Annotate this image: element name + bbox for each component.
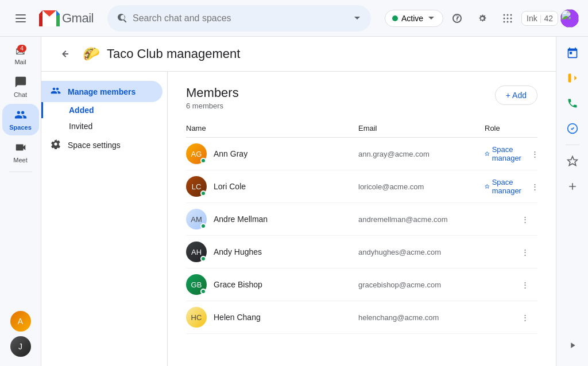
status-dot (392, 15, 398, 21)
table-row: AM Andre Mellman andremellman@acme.com ⋮ (186, 203, 537, 236)
member-email: ann.gray@acme.com (358, 150, 485, 158)
member-email: andyhughes@acme.com (358, 248, 485, 256)
online-dot (200, 223, 206, 229)
online-dot (200, 158, 206, 163)
call-icon-btn[interactable] (561, 92, 584, 115)
avatar: LC (186, 176, 207, 197)
member-name-cell: AM Andre Mellman (186, 209, 358, 229)
table-header: Name Email Role (186, 119, 537, 138)
account-avatar[interactable] (560, 9, 579, 28)
nav-sub-item-invited[interactable]: Invited (41, 118, 163, 134)
avatar: AH (186, 242, 207, 262)
add-icon-btn[interactable] (561, 175, 584, 198)
ink-label: Ink (527, 14, 537, 23)
member-name-cell: HC Helen Chang (186, 307, 358, 328)
svg-point-4 (507, 14, 509, 15)
col-header-role: Role (485, 124, 514, 133)
svg-point-8 (510, 17, 512, 19)
page-header: 🌮 Taco Club management (41, 37, 556, 72)
star-icon-btn[interactable] (561, 150, 584, 173)
svg-point-7 (507, 17, 509, 19)
sidebar-item-label-mail: Mail (14, 59, 26, 65)
nav-item-space-settings[interactable]: Space settings (41, 134, 163, 155)
topbar-right: Active Ink | 42 (385, 7, 579, 30)
role-label: Space manager (492, 145, 525, 162)
member-name: Grace Bishop (214, 280, 262, 289)
svg-rect-0 (16, 14, 26, 15)
user-avatar-2[interactable]: J (10, 336, 31, 357)
more-options-button[interactable]: ⋮ (514, 242, 535, 262)
notes-icon-btn[interactable] (561, 67, 584, 89)
table-row: GB Grace Bishop gracebishop@acme.com ⋮ (186, 268, 537, 301)
gmail-logo: Gmail (39, 10, 94, 26)
nav-sub-label-added: Added (69, 106, 94, 115)
main-content: Manage members Added Invited Space setti… (41, 72, 556, 366)
search-dropdown-icon[interactable] (353, 14, 362, 23)
settings-button[interactable] (471, 7, 494, 30)
members-count: 6 members (186, 102, 239, 110)
sidebar-bottom: A J (10, 311, 31, 361)
svg-rect-1 (16, 18, 26, 19)
meet-icon (14, 141, 27, 155)
role-label: Space manager (492, 178, 525, 195)
sidebar-item-mail[interactable]: ✉ 4 Mail (2, 41, 39, 70)
help-button[interactable] (446, 7, 469, 30)
svg-point-6 (504, 17, 505, 19)
table-row: LC Lori Cole loricole@acme.com Space man… (186, 170, 537, 203)
more-options-button[interactable]: ⋮ (514, 274, 535, 295)
member-name: Helen Chang (214, 313, 261, 322)
search-input[interactable] (133, 13, 348, 24)
side-nav: Manage members Added Invited Space setti… (41, 72, 168, 366)
svg-point-5 (510, 14, 512, 15)
nav-item-manage-members[interactable]: Manage members (41, 81, 163, 102)
page-title: Taco Club management (107, 46, 240, 61)
topbar-left: Gmail (9, 7, 94, 30)
sidebar-item-meet[interactable]: Meet (2, 137, 39, 168)
more-options-button[interactable]: ⋮ (524, 143, 545, 164)
member-email: loricole@acme.com (358, 182, 485, 191)
ink-account-badge[interactable]: Ink | 42 (521, 11, 558, 26)
add-member-button[interactable]: + Add (495, 85, 537, 105)
mail-badge-container: ✉ 4 (16, 46, 25, 57)
app-body: ✉ 4 Mail Chat Spaces Meet A J (0, 37, 588, 366)
sidebar-item-label-chat: Chat (14, 91, 27, 98)
manage-members-icon (51, 85, 61, 98)
more-options-button[interactable]: ⋮ (514, 209, 535, 229)
nav-sub-item-added[interactable]: Added (41, 102, 163, 118)
page-emoji-icon: 🌮 (83, 46, 100, 62)
member-name: Lori Cole (214, 182, 246, 191)
member-email: helenchang@acme.com (358, 313, 485, 322)
sidebar-item-chat[interactable]: Chat (2, 71, 39, 103)
nav-label-manage-members: Manage members (68, 87, 136, 96)
ink-count: 42 (544, 14, 553, 23)
online-dot (200, 256, 206, 262)
sidebar-divider (9, 172, 32, 172)
members-title-group: Members 6 members (186, 85, 239, 110)
member-name: Andy Hughes (214, 247, 262, 256)
user-avatar-1[interactable]: A (10, 311, 31, 332)
avatar: HC (186, 307, 207, 328)
more-options-button[interactable]: ⋮ (514, 307, 535, 328)
svg-point-3 (504, 14, 505, 15)
table-row: AG Ann Gray ann.gray@acme.com Space mana… (186, 138, 537, 170)
chat-icon (14, 76, 27, 90)
role-badge: Space manager (485, 178, 524, 195)
menu-button[interactable] (9, 7, 32, 30)
members-header: Members 6 members + Add (186, 85, 537, 110)
back-button[interactable] (55, 44, 76, 64)
sidebar-item-label-meet: Meet (13, 157, 27, 163)
status-label: Active (401, 14, 423, 23)
calendar-icon-btn[interactable] (561, 41, 584, 64)
search-bar[interactable] (107, 5, 371, 32)
member-name-cell: LC Lori Cole (186, 176, 358, 197)
member-name-cell: AH Andy Hughes (186, 242, 358, 262)
tasks-icon-btn[interactable] (561, 117, 584, 140)
expand-icon-btn[interactable] (561, 334, 584, 357)
member-name-cell: GB Grace Bishop (186, 274, 358, 295)
more-options-button[interactable]: ⋮ (524, 176, 545, 197)
svg-marker-15 (567, 157, 577, 166)
avatar: GB (186, 274, 207, 295)
apps-button[interactable] (496, 7, 519, 30)
sidebar-item-spaces[interactable]: Spaces (2, 104, 39, 135)
status-button[interactable]: Active (385, 10, 443, 27)
